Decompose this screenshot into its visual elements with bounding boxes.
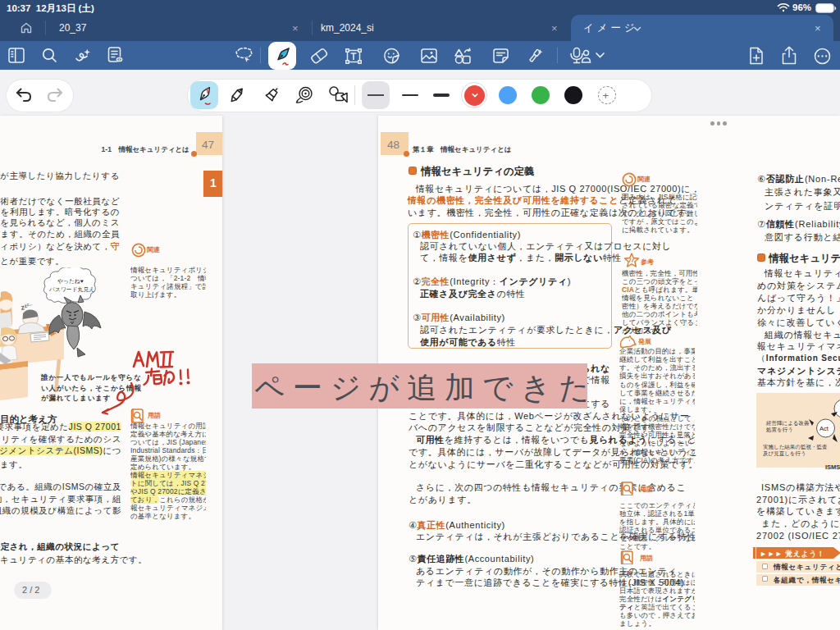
svg-text:パスワード丸見え: パスワード丸見え — [48, 286, 94, 293]
svg-text:やったね♥: やったね♥ — [57, 278, 84, 285]
